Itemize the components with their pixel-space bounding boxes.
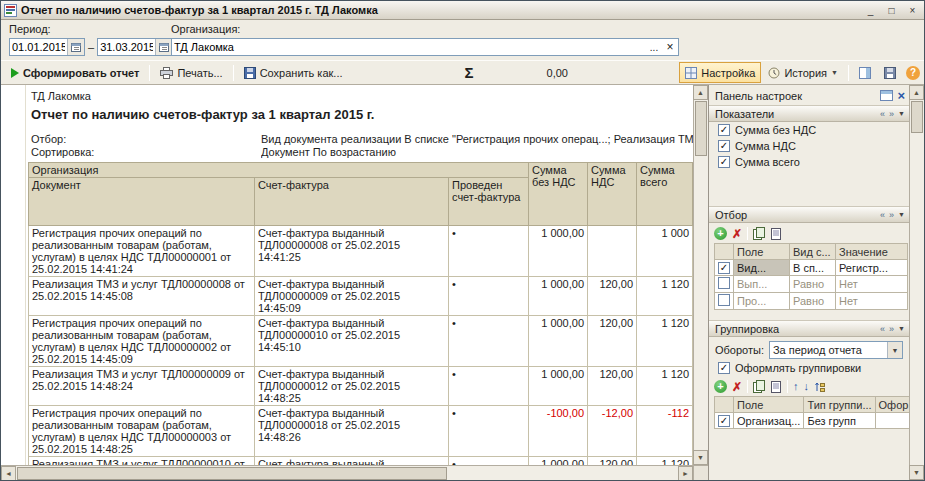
section-header-indicators[interactable]: Показатели « » ▼ [709, 105, 909, 122]
panel-dock-icon[interactable] [880, 90, 893, 101]
report-table-row[interactable]: Реализация ТМЗ и услуг ТДЛ00000010 от 25… [29, 457, 693, 466]
kind-column-header[interactable]: Вид с... [790, 244, 836, 260]
paste-icon[interactable] [770, 227, 782, 240]
delete-icon[interactable]: ✗ [732, 228, 742, 240]
report-cell: • [449, 316, 529, 367]
chevron-down-icon[interactable]: ▼ [898, 325, 905, 332]
report-vertical-scrollbar[interactable]: ▲ ▼ [693, 85, 708, 465]
indicator-item[interactable]: ✓Сумма НДС [709, 138, 909, 154]
generate-report-button[interactable]: Сформировать отчет [5, 62, 145, 83]
scroll-up-icon[interactable]: ▲ [909, 85, 924, 100]
turnovers-select[interactable]: За период отчета ▼ [769, 341, 903, 359]
value-column-header[interactable]: Значение [836, 244, 908, 260]
grouping-row[interactable]: ✓Организац...Без групп [715, 413, 910, 429]
filter-row[interactable]: ✓Вид...В сп...Регистр... [715, 260, 908, 276]
panel-toggle-button[interactable] [853, 62, 877, 83]
checkbox[interactable] [718, 294, 730, 306]
panel-close-icon[interactable]: × [897, 88, 905, 103]
history-button[interactable]: История ▼ [762, 62, 844, 83]
add-icon[interactable]: + [714, 380, 727, 393]
report-cell: Счет-фактура выданный ТДЛ00000010 от 25.… [255, 316, 449, 367]
checkbox[interactable] [718, 277, 730, 289]
sigma-icon[interactable]: Σ [465, 64, 474, 81]
chevron-down-icon[interactable]: ▼ [898, 110, 905, 117]
maximize-button[interactable]: □ [883, 3, 900, 17]
save-settings-button[interactable] [878, 62, 902, 83]
indicator-item[interactable]: ✓Сумма без НДС [709, 122, 909, 138]
report-cell: -12,00 [588, 406, 637, 457]
print-button[interactable]: Печать... [154, 62, 228, 83]
calendar-icon[interactable] [67, 39, 84, 55]
scroll-left-icon[interactable]: ◄ [1, 466, 16, 481]
close-button[interactable]: × [904, 3, 921, 17]
settings-toggle-button[interactable]: Настройка [679, 62, 761, 83]
section-header-filter[interactable]: Отбор « » ▼ [709, 206, 909, 223]
checkbox[interactable]: ✓ [718, 262, 730, 274]
window-title: Отчет по наличию счетов-фактур за 1 квар… [21, 4, 858, 16]
date-to-input[interactable] [98, 40, 155, 55]
indicator-item[interactable]: ✓Сумма всего [709, 154, 909, 170]
organization-input[interactable] [172, 40, 646, 55]
copy-icon[interactable] [753, 380, 765, 393]
filter-label: Отбор: [31, 133, 261, 146]
delete-icon[interactable]: ✗ [732, 381, 742, 393]
save-as-button[interactable]: Сохранить как... [238, 62, 349, 83]
scroll-down-icon[interactable]: ▼ [693, 450, 708, 465]
scrollbar-thumb[interactable] [17, 467, 447, 480]
checkbox[interactable]: ✓ [718, 156, 730, 168]
filter-row[interactable]: Про...РавноНет [715, 293, 908, 310]
chevron-left-icon[interactable]: « [880, 324, 885, 334]
report-table-row[interactable]: Регистрация прочих операций по реализова… [29, 406, 693, 457]
report-cell: 120,00 [588, 316, 637, 367]
minimize-button[interactable]: _ [862, 3, 879, 17]
copy-icon[interactable] [753, 227, 765, 240]
filter-row[interactable]: Вып...РавноНет [715, 276, 908, 293]
report-table-row[interactable]: Реализация ТМЗ и услуг ТДЛ00000008 от 25… [29, 277, 693, 316]
field-column-header[interactable]: Поле [734, 244, 790, 260]
report-cell: 120,00 [588, 457, 637, 466]
report-horizontal-scrollbar[interactable]: ◄ ► [1, 465, 693, 480]
format-column-header[interactable]: Офор [875, 397, 909, 413]
move-down-icon[interactable]: ↓ [804, 381, 810, 392]
date-from-input[interactable] [10, 40, 67, 55]
org-select-button[interactable]: ... [646, 39, 662, 55]
checkbox[interactable]: ✓ [718, 124, 730, 136]
chevron-left-icon[interactable]: « [880, 210, 885, 220]
help-icon[interactable]: ? [906, 66, 920, 80]
format-groups-checkbox-row[interactable]: ✓ Оформлять группировки [709, 360, 909, 376]
calendar-icon[interactable] [155, 39, 172, 55]
report-table-row[interactable]: Регистрация прочих операций по реализова… [29, 226, 693, 277]
report-table-row[interactable]: Регистрация прочих операций по реализова… [29, 316, 693, 367]
report-cell: 120,00 [588, 367, 637, 406]
scroll-up-icon[interactable]: ▲ [693, 85, 708, 100]
scrollbar-thumb[interactable] [695, 101, 707, 156]
document-header: Документ [29, 178, 255, 226]
chevron-right-icon[interactable]: » [889, 109, 894, 119]
filter-cell: Про... [734, 293, 790, 310]
field-column-header[interactable]: Поле [734, 397, 804, 413]
paste-icon[interactable] [770, 380, 782, 393]
chevron-down-icon[interactable]: ▼ [898, 211, 905, 218]
section-header-grouping[interactable]: Группировка « » ▼ [709, 320, 909, 337]
checkbox[interactable]: ✓ [718, 362, 730, 374]
report-cell: 1 000,00 [529, 226, 588, 277]
scrollbar-thumb[interactable] [911, 101, 923, 133]
indicator-label: Сумма всего [735, 156, 800, 168]
report-cell: • [449, 406, 529, 457]
group-type-column-header[interactable]: Тип группи... [804, 397, 875, 413]
panel-vertical-scrollbar[interactable]: ▲ ▼ [909, 85, 924, 480]
scroll-down-icon[interactable]: ▼ [909, 465, 924, 480]
sort-icon[interactable] [814, 381, 826, 393]
chevron-right-icon[interactable]: » [889, 324, 894, 334]
checkbox[interactable]: ✓ [718, 140, 730, 152]
report-table-row[interactable]: Реализация ТМЗ и услуг ТДЛ00000009 от 25… [29, 367, 693, 406]
checkbox-column-header [715, 397, 734, 413]
checkbox[interactable]: ✓ [718, 415, 730, 427]
scroll-right-icon[interactable]: ► [678, 466, 693, 481]
add-icon[interactable]: + [714, 227, 727, 240]
chevron-right-icon[interactable]: » [889, 210, 894, 220]
move-up-icon[interactable]: ↑ [793, 381, 799, 392]
chevron-down-icon[interactable]: ▼ [887, 342, 902, 358]
org-clear-button[interactable]: × [662, 39, 678, 55]
chevron-left-icon[interactable]: « [880, 109, 885, 119]
